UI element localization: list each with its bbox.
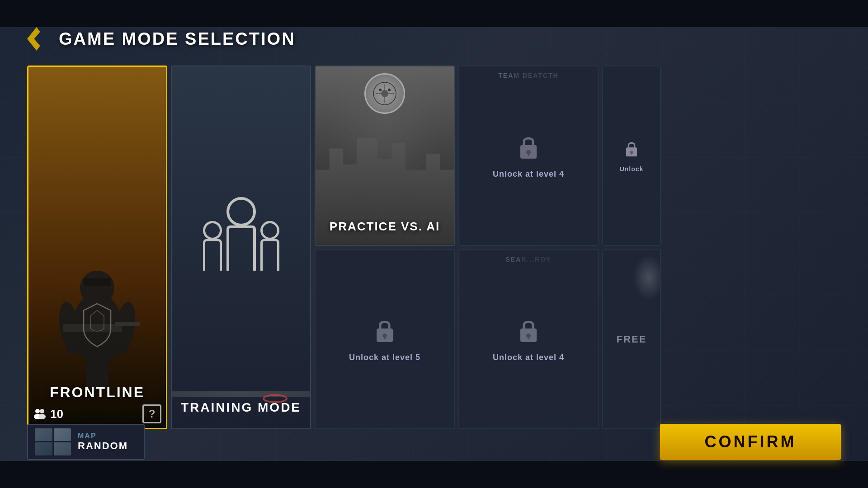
mode-card-practice[interactable]: PRACTICE VS. AI bbox=[315, 66, 455, 246]
player-count: 10 bbox=[33, 407, 63, 421]
mode-card-partial-top[interactable]: Unlock bbox=[602, 66, 661, 246]
training-floor bbox=[172, 391, 310, 397]
svg-point-16 bbox=[381, 90, 388, 97]
search-destroy-unlock-text: Unlock at level 4 bbox=[493, 353, 564, 362]
mode-card-training[interactable]: TRAINING MODE bbox=[171, 66, 311, 429]
locked-mid-unlock-text: Unlock at level 5 bbox=[349, 353, 420, 362]
soldier-svg bbox=[45, 238, 149, 392]
lock-icon-search bbox=[515, 316, 542, 347]
training-label: TRAINING MODE bbox=[172, 400, 310, 415]
svg-point-9 bbox=[35, 409, 40, 413]
partial-top-content: Unlock bbox=[603, 66, 660, 245]
svg-rect-21 bbox=[528, 152, 529, 156]
lock-icon-team bbox=[515, 132, 542, 164]
training-targets-art bbox=[172, 66, 310, 428]
svg-rect-6 bbox=[115, 322, 140, 326]
svg-rect-27 bbox=[384, 336, 386, 339]
map-label: MAP bbox=[78, 432, 128, 440]
mode-grid: FRONTLINE 10 ? bbox=[27, 66, 841, 429]
confirm-button[interactable]: CONFIRM bbox=[660, 424, 841, 460]
target-group bbox=[203, 197, 279, 271]
map-thumbnails bbox=[35, 428, 71, 455]
map-thumb-3 bbox=[35, 442, 52, 455]
svg-point-12 bbox=[38, 414, 46, 419]
ai-face-svg bbox=[371, 80, 398, 107]
mode-card-search-destroy[interactable]: SEAR...ROY Unlock at level 4 bbox=[458, 249, 599, 430]
lock-icon-partial-top bbox=[623, 138, 641, 161]
bottom-ui: MAP RANDOM CONFIRM bbox=[27, 422, 841, 461]
svg-rect-24 bbox=[528, 336, 529, 339]
map-selector[interactable]: MAP RANDOM bbox=[27, 424, 145, 460]
back-button[interactable] bbox=[27, 27, 51, 51]
team-deathmatch-unlock-text: Unlock at level 4 bbox=[493, 169, 564, 179]
svg-rect-30 bbox=[631, 152, 632, 155]
svg-rect-5 bbox=[63, 324, 122, 332]
mode-card-frontline[interactable]: FRONTLINE 10 ? bbox=[27, 66, 167, 429]
player-count-value: 10 bbox=[50, 407, 63, 421]
partial-bot-label: FREE bbox=[617, 333, 647, 345]
partial-art bbox=[633, 255, 661, 300]
map-thumb-1 bbox=[35, 428, 52, 441]
map-thumb-4 bbox=[54, 442, 71, 455]
frontline-soldier-art bbox=[28, 67, 166, 428]
info-button[interactable]: ? bbox=[142, 404, 161, 423]
svg-point-1 bbox=[80, 271, 114, 305]
target-center bbox=[226, 197, 256, 271]
frontline-footer: 10 ? bbox=[33, 404, 161, 423]
map-thumb-2 bbox=[54, 428, 71, 441]
bottom-bar bbox=[0, 461, 868, 488]
practice-label: PRACTICE VS. AI bbox=[316, 220, 454, 234]
map-value: RANDOM bbox=[78, 440, 128, 452]
lock-icon-mid bbox=[371, 316, 398, 347]
svg-point-11 bbox=[40, 409, 44, 413]
mode-card-locked-mid[interactable]: Unlock at level 5 bbox=[315, 249, 455, 430]
svg-point-17 bbox=[379, 89, 382, 91]
players-icon bbox=[33, 408, 47, 420]
partial-bot-content: FREE bbox=[603, 250, 660, 429]
map-info: MAP RANDOM bbox=[78, 432, 128, 452]
mode-card-partial-bot[interactable]: FREE bbox=[602, 249, 661, 430]
mode-card-team-deathmatch[interactable]: TEAM DEATCTH Unlock at level 4 bbox=[458, 66, 599, 246]
svg-rect-2 bbox=[84, 278, 111, 286]
search-destroy-locked: Unlock at level 4 bbox=[459, 250, 598, 429]
locked-mid-content: Unlock at level 5 bbox=[316, 250, 454, 429]
page-title: GAME MODE SELECTION bbox=[59, 29, 296, 49]
target-right bbox=[260, 221, 279, 271]
team-deathmatch-locked: Unlock at level 4 bbox=[459, 66, 598, 245]
top-bar bbox=[0, 0, 868, 27]
header: GAME MODE SELECTION bbox=[27, 27, 296, 51]
svg-point-18 bbox=[388, 89, 391, 91]
partial-top-unlock-text: Unlock bbox=[620, 165, 644, 173]
frontline-label: FRONTLINE bbox=[28, 384, 166, 401]
ai-face bbox=[364, 73, 405, 114]
target-left bbox=[203, 221, 222, 271]
